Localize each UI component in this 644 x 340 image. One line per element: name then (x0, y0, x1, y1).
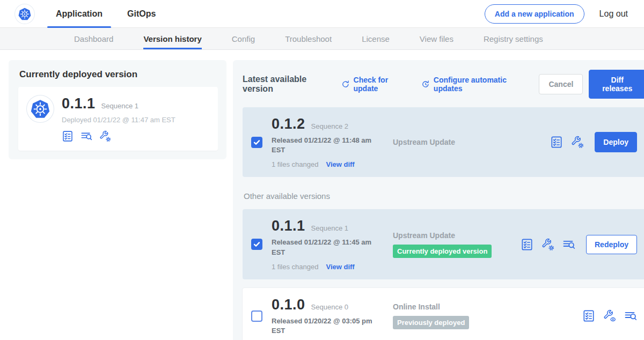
logout-link[interactable]: Log out (599, 9, 628, 19)
subnav-config[interactable]: Config (232, 28, 255, 49)
main-content: Currently deployed version 0.1.1 Sequenc… (0, 50, 644, 340)
sequence-label: Sequence 0 (311, 303, 348, 311)
tab-gitops[interactable]: GitOps (127, 0, 156, 28)
configure-auto-updates-link[interactable]: Configure automatic updates (421, 76, 525, 93)
previously-deployed-badge: Previously deployed (393, 316, 469, 329)
deploy-button[interactable]: Deploy (595, 132, 637, 152)
configure-auto-updates-label: Configure automatic updates (434, 76, 525, 93)
deploy-logs-icon[interactable] (624, 309, 637, 322)
config-icon[interactable] (571, 136, 584, 149)
version-checkbox[interactable] (251, 311, 262, 322)
released-timestamp: Released 01/21/22 @ 11:48 amEST (272, 136, 393, 155)
version-source-label: Upstream Update (393, 138, 455, 146)
version-checkbox[interactable] (251, 137, 262, 148)
check-for-update-link[interactable]: Check for update (341, 76, 407, 93)
auto-update-clock-icon (421, 79, 430, 89)
version-row-0-1-2: 0.1.2 Sequence 2 Released 01/21/22 @ 11:… (243, 107, 644, 177)
version-number: 0.1.0 (272, 297, 305, 313)
subnav-dashboard[interactable]: Dashboard (74, 28, 113, 49)
deploy-logs-icon[interactable] (562, 238, 575, 251)
config-icon[interactable] (541, 238, 554, 251)
files-changed-label: 1 files changed (272, 263, 318, 271)
currently-deployed-panel: Currently deployed version 0.1.1 Sequenc… (9, 60, 226, 159)
latest-version-title: Latest available version (243, 75, 328, 94)
version-source-label: Upstream Update (393, 231, 455, 240)
app-sub-nav: Dashboard Version history Config Trouble… (0, 28, 644, 50)
tab-application[interactable]: Application (56, 0, 103, 28)
config-icon[interactable] (99, 130, 111, 142)
version-checkbox[interactable] (251, 239, 262, 250)
kubernetes-logo (15, 4, 34, 24)
release-notes-icon[interactable] (550, 136, 563, 149)
release-notes-icon[interactable] (62, 130, 74, 142)
version-source-label: Online Install (393, 302, 440, 311)
version-row-0-1-0: 0.1.0 Sequence 0 Released 01/20/22 @ 03:… (243, 288, 644, 340)
top-nav: Application GitOps Add a new application… (0, 0, 644, 28)
deployed-version-card: 0.1.1 Sequence 1 Deployed 01/21/22 @ 11:… (18, 87, 218, 151)
released-timestamp: Released 01/21/22 @ 11:45 amEST (272, 238, 393, 257)
subnav-license[interactable]: License (362, 28, 390, 49)
subnav-troubleshoot[interactable]: Troubleshoot (285, 28, 332, 49)
subnav-registry-settings[interactable]: Registry settings (484, 28, 543, 49)
check-for-update-label: Check for update (354, 76, 407, 93)
app-logo (27, 95, 54, 122)
sequence-label: Sequence 2 (311, 122, 348, 130)
config-view-icon[interactable] (603, 309, 616, 322)
release-notes-icon[interactable] (582, 309, 595, 322)
deployed-version-number: 0.1.1 (62, 95, 96, 112)
deploy-logs-icon[interactable] (80, 130, 92, 142)
sequence-label: Sequence 1 (311, 224, 348, 232)
other-versions-label: Other available versions (244, 191, 644, 201)
files-changed-label: 1 files changed (272, 160, 318, 168)
version-row-0-1-1: 0.1.1 Sequence 1 Released 01/21/22 @ 11:… (243, 209, 644, 279)
view-diff-link[interactable]: View diff (326, 160, 354, 168)
release-notes-icon[interactable] (521, 238, 533, 251)
version-history-panel: Latest available version Check for updat… (233, 60, 644, 340)
refresh-icon (341, 79, 350, 89)
released-timestamp: Released 01/20/22 @ 03:05 pmEST (272, 316, 393, 336)
version-number: 0.1.2 (272, 116, 305, 132)
deployed-timestamp: Deployed 01/21/22 @ 11:47 am EST (62, 116, 175, 124)
version-number: 0.1.1 (272, 218, 305, 234)
add-application-button[interactable]: Add a new application (485, 4, 584, 24)
diff-releases-button[interactable]: Diff releases (589, 70, 644, 99)
view-diff-link[interactable]: View diff (326, 263, 354, 271)
redeploy-button[interactable]: Redeploy (586, 235, 637, 254)
currently-deployed-badge: Currently deployed version (393, 245, 492, 258)
subnav-view-files[interactable]: View files (420, 28, 453, 49)
subnav-version-history[interactable]: Version history (143, 28, 201, 49)
currently-deployed-title: Currently deployed version (19, 69, 218, 80)
cancel-button[interactable]: Cancel (539, 74, 583, 94)
deployed-sequence-label: Sequence 1 (101, 102, 138, 110)
